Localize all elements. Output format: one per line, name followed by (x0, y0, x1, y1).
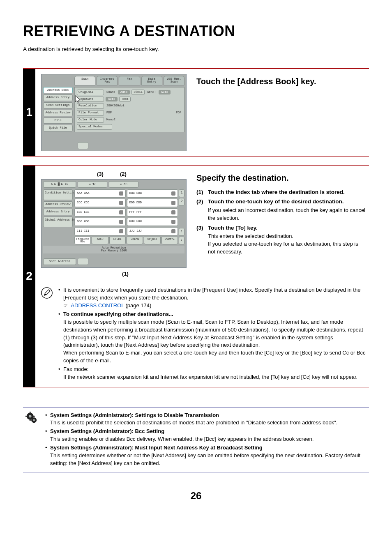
tab-usb[interactable]: USB Mem. Scan (164, 76, 184, 85)
preview-button-2[interactable] (78, 258, 88, 265)
address-review-button[interactable]: Address Review (43, 110, 73, 116)
step-2-number: 2 (23, 166, 35, 387)
color-mode-label[interactable]: Color Mode (77, 117, 104, 123)
preview-button[interactable] (78, 142, 88, 149)
tab-scan[interactable]: Scan (74, 76, 95, 85)
index-tab[interactable]: EFGHI (109, 237, 126, 245)
instruction-item: (3)Touch the [To] key.This enters the se… (196, 224, 367, 256)
page-num-1: 1 (179, 189, 184, 197)
svg-point-8 (33, 419, 35, 421)
tab-fax[interactable]: Fax (119, 76, 140, 85)
step-2-title: Specify the destination. (196, 172, 367, 184)
svg-point-0 (42, 288, 52, 298)
index-tab[interactable]: Frequent Use (74, 237, 91, 245)
page-title: RETRIEVING A DESTINATION (23, 21, 369, 42)
mode-icon (119, 201, 123, 205)
address-entry[interactable]: EEE EEE (74, 208, 126, 216)
svg-rect-3 (30, 412, 31, 413)
file-format-value: PDF (106, 111, 113, 115)
cc-button[interactable]: ✉ Cc (109, 181, 138, 188)
mode-icon (171, 201, 175, 205)
step-1-screenshot: Scan Internet Fax Fax Data Entry USB Mem… (41, 74, 187, 151)
mode-icon (119, 210, 123, 214)
address-entry[interactable]: III III (74, 227, 126, 235)
file-button[interactable]: File (43, 117, 73, 124)
note-item-faxmode: Fax mode: If the network scanner expansi… (58, 366, 367, 381)
callout-3: (3) (97, 170, 104, 178)
mode-icon (119, 191, 123, 196)
exposure-text-value: Text (119, 97, 130, 102)
link-address-control[interactable]: ADDRESS CONTROL (71, 302, 124, 309)
color-mode-value: Mono2 (106, 117, 116, 122)
link-page: (page 174) (124, 302, 152, 309)
mode-icon (171, 220, 175, 224)
file-format-label[interactable]: File Format (77, 110, 104, 116)
sort-address-button[interactable]: Sort Address (43, 258, 76, 265)
address-entry[interactable]: CCC CCC (74, 199, 126, 207)
step-2: 2 (3) (2) 5 ▶ ▓ ▶ 15 ✉ To ✉ Cc Condition… (23, 165, 369, 387)
svg-rect-6 (33, 415, 35, 417)
step-1-number: 1 (23, 69, 35, 156)
address-entry[interactable]: JJJ JJJ (127, 227, 178, 235)
mode-icon (171, 191, 175, 196)
address-entry[interactable]: BBB BBB (127, 189, 178, 198)
note-item-continue: To continue specifying other destination… (58, 311, 367, 365)
resolution-label[interactable]: Resolution (77, 103, 104, 109)
index-tab[interactable]: ABCD (92, 237, 108, 245)
address-entry-button[interactable]: Address Entry (43, 94, 73, 101)
pencil-icon (41, 287, 53, 299)
gear-icon (25, 412, 38, 424)
svg-rect-5 (25, 415, 27, 417)
address-entry[interactable]: GGG GGG (74, 218, 126, 226)
footnote-box: System Settings (Administrator): Setting… (23, 407, 369, 473)
scan-auto-value: Auto (118, 90, 130, 95)
callout-1: (1) (64, 270, 187, 278)
exposure-auto-value: Auto (106, 97, 118, 102)
intro-text: A destination is retrieved by selecting … (23, 45, 369, 53)
footnote-item: System Settings (Administrator): Must In… (45, 444, 369, 467)
resolution-value: 200X200dpi (106, 104, 125, 108)
index-tab[interactable]: UVWXYZ (161, 237, 178, 245)
address-entry[interactable]: FFF FFF (127, 208, 178, 216)
tab-ifax[interactable]: Internet Fax (97, 76, 118, 85)
scroll-down-button[interactable]: ↓ (179, 237, 184, 244)
mode-icon (171, 229, 175, 233)
send-auto-value: Auto (159, 90, 171, 95)
scan-label: Scan: (106, 90, 116, 95)
address-entry[interactable]: AAA AAA (74, 189, 126, 198)
index-tab[interactable]: OPQRST (144, 237, 160, 245)
mode-icon (119, 229, 123, 233)
step-1-title: Touch the [Address Book] key. (196, 76, 367, 88)
scan-size-value: 8½x11 (131, 90, 145, 95)
footnote-item: System Settings (Administrator): Bcc Set… (45, 428, 369, 443)
page-num-2: 2 (179, 198, 184, 206)
address-entry-button-2[interactable]: Address Entry (43, 209, 73, 215)
to-button[interactable]: ✉ To (78, 181, 107, 188)
send-settings-button[interactable]: Send Settings (43, 102, 73, 109)
instruction-item: (2)Touch the one-touch key of the desire… (196, 198, 367, 222)
special-modes-button[interactable]: Special Modes (77, 124, 112, 130)
global-search-button[interactable]: Global Address Search (43, 216, 73, 227)
note-item-frequent: It is convenient to store frequently use… (58, 286, 367, 310)
address-review-button-2[interactable]: Address Review (43, 201, 73, 208)
address-grid: AAA AAABBB BBBCCC CCCDDD DDDEEE EEEFFF F… (74, 189, 178, 235)
address-entry[interactable]: HHH HHH (127, 218, 178, 226)
footnote-item: System Settings (Administrator): Setting… (45, 412, 369, 427)
original-label[interactable]: Original (77, 90, 104, 95)
cursor-icon (74, 95, 82, 104)
tab-data-entry[interactable]: Data Entry (141, 76, 162, 85)
callout-2: (2) (120, 170, 127, 178)
breadcrumb-display: 5 ▶ ▓ ▶ 15 (43, 181, 76, 188)
quick-file-button[interactable]: Quick File (43, 125, 73, 131)
scroll-up-button[interactable]: ↑ (179, 228, 184, 236)
page-number: 26 (23, 489, 369, 503)
mode-icon (171, 210, 175, 214)
address-book-button[interactable]: Address Book (43, 87, 73, 94)
pointer-icon: ☞ (63, 303, 69, 309)
address-entry[interactable]: DDD DDD (127, 199, 178, 207)
instruction-item: (1)Touch the index tab where the destina… (196, 188, 367, 196)
condition-settings-button[interactable]: Condition Settings (43, 189, 73, 200)
svg-rect-4 (30, 419, 31, 421)
index-tab[interactable]: JKLMN (127, 237, 143, 245)
file-format-right: PDF (175, 111, 182, 115)
